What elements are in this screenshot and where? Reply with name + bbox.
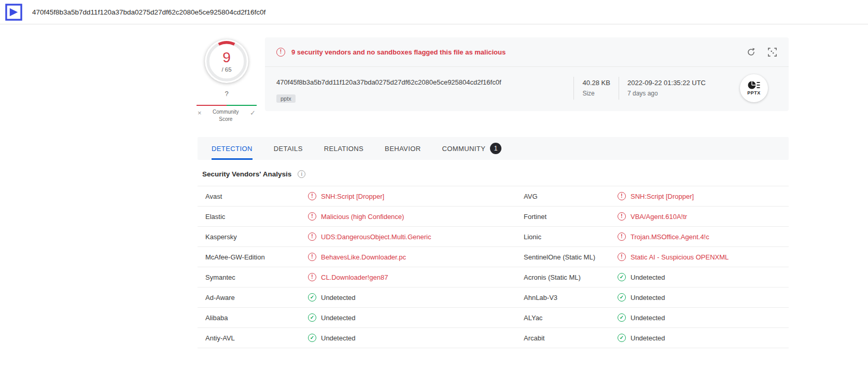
alert-icon: ! <box>308 273 316 281</box>
tab-relations[interactable]: RELATIONS <box>324 137 363 160</box>
check-icon: ✓ <box>308 293 316 302</box>
alert-icon: ! <box>276 48 285 57</box>
vendor-result: ! Trojan.MSOffice.Agent.4!c <box>618 232 789 241</box>
vendor-name: AVG <box>516 193 618 200</box>
file-date-ago: 7 days ago <box>627 90 706 97</box>
file-date-block: 2022-09-22 01:35:22 UTC 7 days ago <box>619 77 706 100</box>
alert-icon: ! <box>618 212 626 221</box>
vendor-result: ✓ Undetected <box>618 293 789 302</box>
community-score-bar <box>197 105 257 106</box>
vendor-name: Avast <box>198 193 308 200</box>
vendor-name: AhnLab-V3 <box>516 294 618 302</box>
score-total: / 65 <box>221 66 231 73</box>
file-summary-card: ! 9 security vendors and no sandboxes fl… <box>265 37 789 111</box>
result-text: Undetected <box>321 294 356 302</box>
vote-up-button[interactable]: ✓ <box>249 108 257 117</box>
vendor-row: Antiy-AVL ✓ Undetected Arcabit ✓ Undetec… <box>198 328 789 348</box>
filetype-badge: PPTX <box>740 74 768 102</box>
reanalyze-icon <box>746 47 756 57</box>
vote-down-button[interactable]: × <box>197 108 203 117</box>
community-count-badge: 1 <box>490 143 501 154</box>
vendor-result: ✓ Undetected <box>618 313 789 322</box>
vendor-name: Symantec <box>198 273 308 281</box>
vendor-table: Avast ! SNH:Script [Dropper] AVG ! SNH:S… <box>198 186 789 348</box>
vendor-name: SentinelOne (Static ML) <box>516 253 618 261</box>
tab-detection[interactable]: DETECTION <box>212 137 253 160</box>
vendor-row: McAfee-GW-Edition ! BehavesLike.Download… <box>198 247 789 267</box>
file-size-value: 40.28 KB <box>582 79 610 87</box>
check-icon: ✓ <box>618 313 626 322</box>
vendor-result: ! Malicious (high Confidence) <box>308 212 516 221</box>
file-tag-pptx[interactable]: pptx <box>276 94 296 103</box>
vendor-name: ALYac <box>516 314 618 322</box>
filetype-label: PPTX <box>747 90 761 95</box>
vendor-name: Lionic <box>516 233 618 241</box>
top-bar <box>0 0 868 24</box>
vendor-name: McAfee-GW-Edition <box>198 253 308 261</box>
result-text: SNH:Script [Dropper] <box>631 193 694 200</box>
community-question-mark: ? <box>225 90 228 98</box>
vendor-result: ! CL.Downloader!gen87 <box>308 273 516 281</box>
vendor-row: Kaspersky ! UDS:DangerousObject.Multi.Ge… <box>198 227 789 247</box>
vendor-row: Alibaba ✓ Undetected ALYac ✓ Undetected <box>198 308 789 328</box>
result-text: VBA/Agent.610A!tr <box>631 213 687 221</box>
tab-details[interactable]: DETAILS <box>274 137 303 160</box>
result-text: UDS:DangerousObject.Multi.Generic <box>321 233 431 241</box>
check-icon: ✓ <box>618 334 626 342</box>
malicious-banner: ! 9 security vendors and no sandboxes fl… <box>265 37 789 67</box>
result-text: Undetected <box>631 334 665 342</box>
result-text: Undetected <box>631 314 665 322</box>
alert-icon: ! <box>618 232 626 241</box>
vendor-result: ✓ Undetected <box>308 293 516 302</box>
vendor-result: ! SNH:Script [Dropper] <box>308 192 516 200</box>
vendor-name: Acronis (Static ML) <box>516 273 618 281</box>
vendor-name: Alibaba <box>198 314 308 322</box>
search-input[interactable] <box>32 1 680 23</box>
result-text: BehavesLike.Downloader.pc <box>321 253 406 261</box>
similar-search-button[interactable] <box>767 47 777 57</box>
file-date-value: 2022-09-22 01:35:22 UTC <box>627 79 706 87</box>
score-value: 9 <box>222 50 231 65</box>
vendor-result: ! UDS:DangerousObject.Multi.Generic <box>308 232 516 241</box>
vendor-result: ✓ Undetected <box>308 313 516 322</box>
vendor-name: Antiy-AVL <box>198 334 308 342</box>
result-text: Trojan.MSOffice.Agent.4!c <box>631 233 709 241</box>
vendor-result: ! VBA/Agent.610A!tr <box>618 212 789 221</box>
detection-score-ring: 9 / 65 <box>205 39 248 83</box>
vendor-result: ✓ Undetected <box>618 334 789 342</box>
similar-search-icon <box>767 47 777 57</box>
alert-icon: ! <box>308 212 316 221</box>
alert-icon: ! <box>308 232 316 241</box>
score-text: 9 / 65 <box>205 39 248 83</box>
vendor-name: Ad-Aware <box>198 294 308 302</box>
check-icon: ✓ <box>618 293 626 302</box>
vendor-result: ✓ Undetected <box>618 273 789 281</box>
vendor-name: Arcabit <box>516 334 618 342</box>
banner-message: 9 security vendors and no sandboxes flag… <box>291 48 506 56</box>
tab-bar: DETECTION DETAILS RELATIONS BEHAVIOR COM… <box>198 137 789 160</box>
vendor-name: Fortinet <box>516 213 618 221</box>
vendor-name: Kaspersky <box>198 233 308 241</box>
vendor-row: Elastic ! Malicious (high Confidence) Fo… <box>198 207 789 227</box>
vendor-result: ! BehavesLike.Downloader.pc <box>308 253 516 261</box>
virustotal-logo[interactable] <box>5 4 22 21</box>
vendor-row: Ad-Aware ✓ Undetected AhnLab-V3 ✓ Undete… <box>198 287 789 308</box>
alert-icon: ! <box>618 253 626 261</box>
file-hash: 470f45f8b3a5b7dd11f120a37bda0275d27df62c… <box>276 78 565 86</box>
info-icon[interactable]: i <box>298 170 305 178</box>
check-icon: ✓ <box>308 334 316 342</box>
file-size-block: 40.28 KB Size <box>573 77 610 100</box>
pptx-pie-icon <box>748 80 760 90</box>
result-text: Static AI - Suspicious OPENXML <box>631 253 729 261</box>
vendor-result: ! Static AI - Suspicious OPENXML <box>618 253 789 261</box>
vendor-row: Symantec ! CL.Downloader!gen87 Acronis (… <box>198 267 789 287</box>
vendor-result: ✓ Undetected <box>308 334 516 342</box>
result-text: CL.Downloader!gen87 <box>321 273 388 281</box>
result-text: SNH:Script [Dropper] <box>321 193 384 200</box>
reanalyze-button[interactable] <box>746 47 756 57</box>
alert-icon: ! <box>308 192 316 200</box>
tab-community[interactable]: COMMUNITY 1 <box>442 137 502 160</box>
tab-behavior[interactable]: BEHAVIOR <box>385 137 421 160</box>
virustotal-logo-icon <box>5 4 22 21</box>
alert-icon: ! <box>618 192 626 200</box>
